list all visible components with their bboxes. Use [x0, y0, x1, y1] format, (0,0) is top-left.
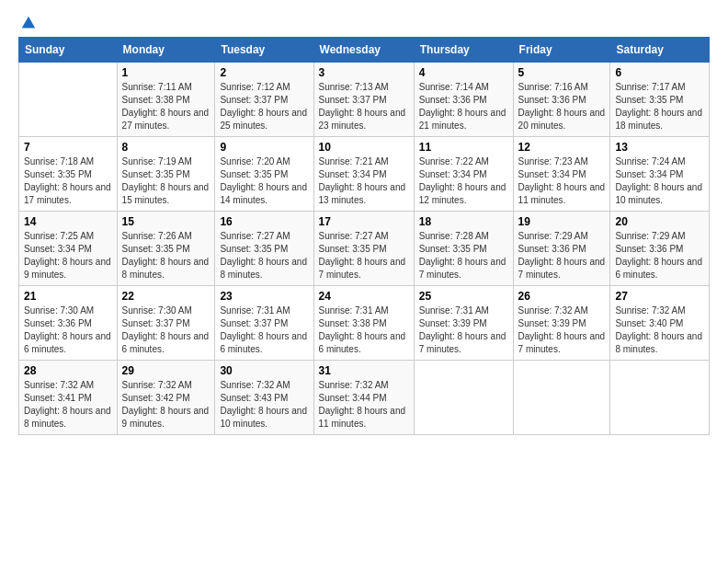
- calendar-cell: 10Sunrise: 7:21 AMSunset: 3:34 PMDayligh…: [313, 137, 414, 212]
- day-info: Sunrise: 7:14 AMSunset: 3:36 PMDaylight:…: [419, 81, 508, 132]
- calendar-cell: 11Sunrise: 7:22 AMSunset: 3:34 PMDayligh…: [414, 137, 513, 212]
- day-number: 29: [122, 364, 210, 377]
- day-number: 31: [319, 364, 409, 377]
- calendar-week-row: 28Sunrise: 7:32 AMSunset: 3:41 PMDayligh…: [19, 361, 710, 435]
- calendar-cell: 16Sunrise: 7:27 AMSunset: 3:35 PMDayligh…: [215, 212, 313, 286]
- day-info: Sunrise: 7:29 AMSunset: 3:36 PMDaylight:…: [518, 230, 606, 282]
- calendar-cell: 25Sunrise: 7:31 AMSunset: 3:39 PMDayligh…: [414, 286, 513, 361]
- column-header-wednesday: Wednesday: [313, 38, 414, 63]
- day-number: 3: [319, 66, 409, 79]
- day-info: Sunrise: 7:21 AMSunset: 3:34 PMDaylight:…: [319, 155, 409, 207]
- day-number: 6: [615, 66, 704, 79]
- day-number: 25: [419, 290, 508, 303]
- day-number: 20: [615, 215, 704, 228]
- day-number: 23: [220, 290, 308, 303]
- day-info: Sunrise: 7:28 AMSunset: 3:35 PMDaylight:…: [419, 230, 508, 282]
- day-number: 26: [518, 290, 606, 303]
- day-number: 1: [122, 66, 210, 79]
- day-info: Sunrise: 7:23 AMSunset: 3:34 PMDaylight:…: [518, 155, 606, 207]
- column-header-tuesday: Tuesday: [215, 38, 313, 63]
- calendar-cell: 8Sunrise: 7:19 AMSunset: 3:35 PMDaylight…: [117, 137, 215, 212]
- column-header-sunday: Sunday: [19, 38, 118, 63]
- day-number: 10: [319, 141, 409, 154]
- day-info: Sunrise: 7:32 AMSunset: 3:43 PMDaylight:…: [220, 379, 308, 431]
- day-number: 27: [615, 290, 704, 303]
- day-number: 8: [122, 141, 210, 154]
- calendar-week-row: 14Sunrise: 7:25 AMSunset: 3:34 PMDayligh…: [19, 212, 710, 286]
- day-info: Sunrise: 7:30 AMSunset: 3:37 PMDaylight:…: [122, 304, 210, 356]
- calendar-cell: 6Sunrise: 7:17 AMSunset: 3:35 PMDaylight…: [610, 63, 710, 137]
- day-info: Sunrise: 7:26 AMSunset: 3:35 PMDaylight:…: [122, 230, 210, 282]
- day-info: Sunrise: 7:27 AMSunset: 3:35 PMDaylight:…: [220, 230, 308, 282]
- day-info: Sunrise: 7:12 AMSunset: 3:37 PMDaylight:…: [220, 81, 308, 132]
- calendar-cell: 13Sunrise: 7:24 AMSunset: 3:34 PMDayligh…: [610, 137, 710, 212]
- calendar-cell: [19, 63, 118, 137]
- calendar-cell: 14Sunrise: 7:25 AMSunset: 3:34 PMDayligh…: [19, 212, 118, 286]
- day-number: 9: [220, 141, 308, 154]
- calendar-week-row: 21Sunrise: 7:30 AMSunset: 3:36 PMDayligh…: [19, 286, 710, 361]
- calendar-cell: 23Sunrise: 7:31 AMSunset: 3:37 PMDayligh…: [215, 286, 313, 361]
- column-header-thursday: Thursday: [414, 38, 513, 63]
- calendar-cell: 1Sunrise: 7:11 AMSunset: 3:38 PMDaylight…: [117, 63, 215, 137]
- calendar-cell: 7Sunrise: 7:18 AMSunset: 3:35 PMDaylight…: [19, 137, 118, 212]
- day-info: Sunrise: 7:31 AMSunset: 3:39 PMDaylight:…: [419, 304, 508, 356]
- calendar-cell: 3Sunrise: 7:13 AMSunset: 3:37 PMDaylight…: [313, 63, 414, 137]
- header-row: SundayMondayTuesdayWednesdayThursdayFrid…: [19, 38, 710, 63]
- day-number: 24: [319, 290, 409, 303]
- svg-marker-0: [22, 17, 35, 29]
- page-header: [18, 15, 710, 28]
- calendar-cell: 24Sunrise: 7:31 AMSunset: 3:38 PMDayligh…: [313, 286, 414, 361]
- calendar-cell: 30Sunrise: 7:32 AMSunset: 3:43 PMDayligh…: [215, 361, 313, 435]
- logo: [18, 15, 37, 28]
- calendar-cell: 2Sunrise: 7:12 AMSunset: 3:37 PMDaylight…: [215, 63, 313, 137]
- calendar-cell: 28Sunrise: 7:32 AMSunset: 3:41 PMDayligh…: [19, 361, 118, 435]
- day-info: Sunrise: 7:27 AMSunset: 3:35 PMDaylight:…: [319, 230, 409, 282]
- day-info: Sunrise: 7:32 AMSunset: 3:41 PMDaylight:…: [24, 379, 112, 431]
- calendar-cell: 9Sunrise: 7:20 AMSunset: 3:35 PMDaylight…: [215, 137, 313, 212]
- day-number: 2: [220, 66, 308, 79]
- day-number: 16: [220, 215, 308, 228]
- calendar-cell: 31Sunrise: 7:32 AMSunset: 3:44 PMDayligh…: [313, 361, 414, 435]
- day-info: Sunrise: 7:17 AMSunset: 3:35 PMDaylight:…: [615, 81, 704, 132]
- calendar-cell: 27Sunrise: 7:32 AMSunset: 3:40 PMDayligh…: [610, 286, 710, 361]
- day-info: Sunrise: 7:32 AMSunset: 3:39 PMDaylight:…: [518, 304, 606, 356]
- day-number: 15: [122, 215, 210, 228]
- day-number: 18: [419, 215, 508, 228]
- day-number: 12: [518, 141, 606, 154]
- calendar-cell: 20Sunrise: 7:29 AMSunset: 3:36 PMDayligh…: [610, 212, 710, 286]
- column-header-friday: Friday: [513, 38, 610, 63]
- calendar-cell: 17Sunrise: 7:27 AMSunset: 3:35 PMDayligh…: [313, 212, 414, 286]
- day-info: Sunrise: 7:25 AMSunset: 3:34 PMDaylight:…: [24, 230, 112, 282]
- calendar-table: SundayMondayTuesdayWednesdayThursdayFrid…: [18, 37, 710, 435]
- column-header-monday: Monday: [117, 38, 215, 63]
- calendar-cell: 18Sunrise: 7:28 AMSunset: 3:35 PMDayligh…: [414, 212, 513, 286]
- calendar-cell: 5Sunrise: 7:16 AMSunset: 3:36 PMDaylight…: [513, 63, 610, 137]
- day-number: 7: [24, 141, 112, 154]
- day-info: Sunrise: 7:22 AMSunset: 3:34 PMDaylight:…: [419, 155, 508, 207]
- calendar-cell: 21Sunrise: 7:30 AMSunset: 3:36 PMDayligh…: [19, 286, 118, 361]
- calendar-cell: [610, 361, 710, 435]
- calendar-week-row: 7Sunrise: 7:18 AMSunset: 3:35 PMDaylight…: [19, 137, 710, 212]
- day-number: 4: [419, 66, 508, 79]
- day-number: 19: [518, 215, 606, 228]
- day-info: Sunrise: 7:18 AMSunset: 3:35 PMDaylight:…: [24, 155, 112, 207]
- day-info: Sunrise: 7:30 AMSunset: 3:36 PMDaylight:…: [24, 304, 112, 356]
- day-info: Sunrise: 7:32 AMSunset: 3:42 PMDaylight:…: [122, 379, 210, 431]
- calendar-cell: 29Sunrise: 7:32 AMSunset: 3:42 PMDayligh…: [117, 361, 215, 435]
- day-number: 11: [419, 141, 508, 154]
- day-number: 13: [615, 141, 704, 154]
- day-info: Sunrise: 7:20 AMSunset: 3:35 PMDaylight:…: [220, 155, 308, 207]
- day-number: 22: [122, 290, 210, 303]
- calendar-week-row: 1Sunrise: 7:11 AMSunset: 3:38 PMDaylight…: [19, 63, 710, 137]
- calendar-cell: 26Sunrise: 7:32 AMSunset: 3:39 PMDayligh…: [513, 286, 610, 361]
- day-info: Sunrise: 7:16 AMSunset: 3:36 PMDaylight:…: [518, 81, 606, 132]
- day-info: Sunrise: 7:31 AMSunset: 3:37 PMDaylight:…: [220, 304, 308, 356]
- calendar-cell: [513, 361, 610, 435]
- calendar-cell: 4Sunrise: 7:14 AMSunset: 3:36 PMDaylight…: [414, 63, 513, 137]
- column-header-saturday: Saturday: [610, 38, 710, 63]
- calendar-cell: [414, 361, 513, 435]
- day-info: Sunrise: 7:11 AMSunset: 3:38 PMDaylight:…: [122, 81, 210, 132]
- calendar-cell: 19Sunrise: 7:29 AMSunset: 3:36 PMDayligh…: [513, 212, 610, 286]
- day-number: 21: [24, 290, 112, 303]
- day-info: Sunrise: 7:24 AMSunset: 3:34 PMDaylight:…: [615, 155, 704, 207]
